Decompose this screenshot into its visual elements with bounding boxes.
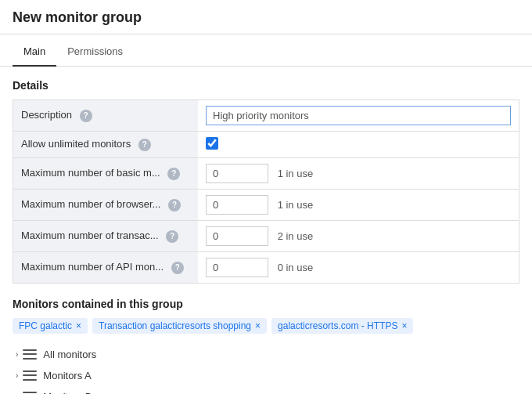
- value-max-basic: 1 in use: [198, 158, 519, 190]
- value-max-api: 0 in use: [198, 252, 519, 284]
- max-basic-input[interactable]: [206, 164, 268, 183]
- tag-https: galacticresorts.com - HTTPS ×: [271, 318, 413, 334]
- list-icon-monitors-a: [23, 371, 37, 381]
- tree-label-monitors-b: Monitors B: [43, 391, 92, 394]
- tree-label-all-monitors: All monitors: [43, 349, 96, 360]
- label-allow-unlimited: Allow unlimited monitors ?: [13, 132, 199, 158]
- tab-permissions[interactable]: Permissions: [56, 38, 134, 67]
- tree-item-monitors-a[interactable]: › Monitors A: [13, 366, 519, 385]
- max-transaction-input[interactable]: [206, 226, 268, 246]
- tag-transaction: Transaction galacticresorts shopping ×: [92, 318, 267, 334]
- row-max-browser: Maximum number of browser... ? 1 in use: [13, 190, 519, 221]
- row-description: Description ?: [13, 100, 519, 132]
- page-title: New monitor group: [13, 9, 142, 25]
- row-max-api: Maximum number of API mon... ? 0 in use: [13, 252, 519, 284]
- tab-main[interactable]: Main: [13, 38, 56, 67]
- chevron-monitors-a: ›: [16, 371, 18, 380]
- page-header: New monitor group: [0, 0, 532, 34]
- label-max-browser: Maximum number of browser... ?: [13, 190, 199, 221]
- value-max-transaction: 2 in use: [198, 221, 519, 252]
- help-icon-max-transaction[interactable]: ?: [166, 230, 178, 243]
- max-api-input[interactable]: [206, 258, 268, 277]
- max-basic-in-use: 1 in use: [278, 168, 314, 179]
- label-max-transaction: Maximum number of transac... ?: [13, 221, 199, 252]
- max-browser-in-use: 1 in use: [278, 199, 314, 211]
- tag-fpc: FPC galactic ×: [13, 318, 88, 334]
- help-icon-max-basic[interactable]: ?: [167, 168, 180, 180]
- monitor-tree: › All monitors › Monitors A › Monitors B: [13, 345, 519, 394]
- value-max-browser: 1 in use: [198, 190, 519, 221]
- monitors-section-title: Monitors contained in this group: [13, 298, 519, 310]
- tree-item-monitors-b[interactable]: › Monitors B: [13, 387, 519, 394]
- tree-label-monitors-a: Monitors A: [43, 370, 91, 381]
- list-icon-all-monitors: [23, 349, 37, 360]
- help-icon-description[interactable]: ?: [80, 110, 92, 122]
- max-browser-input[interactable]: [206, 195, 268, 215]
- chevron-all-monitors: ›: [16, 350, 18, 359]
- row-max-transaction: Maximum number of transac... ? 2 in use: [13, 221, 519, 252]
- max-transaction-in-use: 2 in use: [278, 230, 314, 242]
- row-max-basic: Maximum number of basic m... ? 1 in use: [13, 158, 519, 190]
- tag-https-close[interactable]: ×: [401, 320, 407, 331]
- tab-bar: Main Permissions: [0, 38, 532, 67]
- tag-transaction-close[interactable]: ×: [255, 320, 261, 331]
- main-content: Details Description ? Allow unlimited mo…: [0, 67, 532, 394]
- label-max-api: Maximum number of API mon... ?: [13, 252, 199, 284]
- description-input[interactable]: [206, 106, 511, 125]
- details-section-title: Details: [13, 79, 519, 92]
- tree-item-all-monitors[interactable]: › All monitors: [13, 345, 519, 364]
- help-icon-max-browser[interactable]: ?: [168, 199, 181, 211]
- label-description: Description ?: [13, 100, 199, 132]
- list-icon-monitors-b: [23, 392, 37, 395]
- row-allow-unlimited: Allow unlimited monitors ?: [13, 132, 519, 158]
- tag-fpc-close[interactable]: ×: [76, 320, 81, 331]
- help-icon-allow-unlimited[interactable]: ?: [138, 139, 151, 151]
- max-api-in-use: 0 in use: [278, 262, 314, 273]
- label-max-basic: Maximum number of basic m... ?: [13, 158, 199, 190]
- value-description: [198, 100, 519, 132]
- details-table: Description ? Allow unlimited monitors ?: [13, 99, 519, 284]
- monitor-tags: FPC galactic × Transaction galacticresor…: [13, 318, 519, 334]
- allow-unlimited-checkbox[interactable]: [206, 137, 218, 150]
- help-icon-max-api[interactable]: ?: [171, 262, 184, 274]
- value-allow-unlimited: [198, 132, 519, 158]
